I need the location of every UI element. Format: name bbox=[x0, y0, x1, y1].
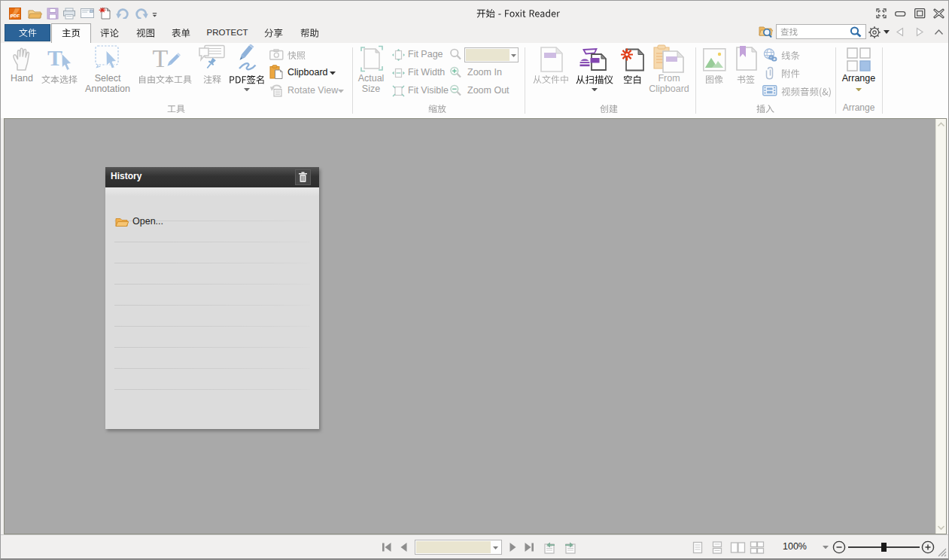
svg-text:T: T bbox=[153, 44, 169, 72]
svg-text:T: T bbox=[47, 46, 62, 70]
svg-text:PDF: PDF bbox=[11, 13, 20, 18]
